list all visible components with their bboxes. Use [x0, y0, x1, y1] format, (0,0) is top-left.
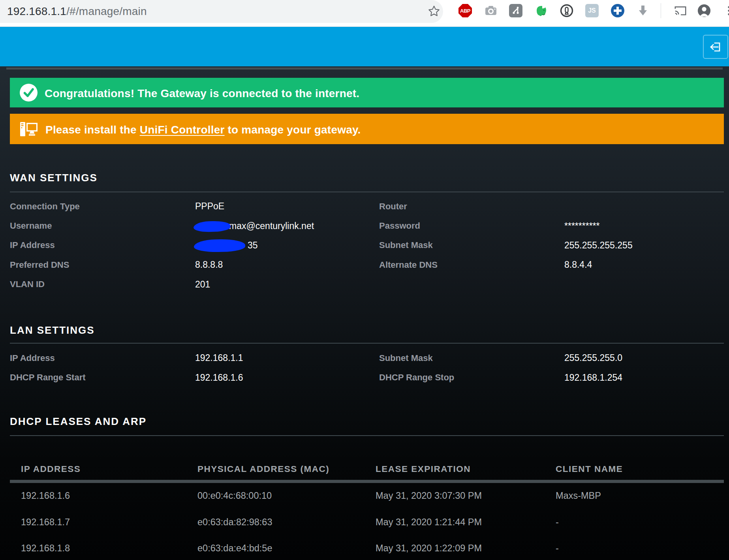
dhcp-cell: May 31, 2020 1:22:09 PM — [376, 543, 556, 554]
dhcp-cell: 192.168.1.8 — [21, 543, 197, 554]
computer-icon — [20, 122, 38, 137]
dhcp-table-row: 192.168.1.600:e0:4c:68:00:10May 31, 2020… — [10, 483, 724, 509]
setting-value: 255.255.255.255 — [564, 240, 724, 251]
setting-value: PPPoE — [195, 201, 379, 212]
logout-icon — [709, 40, 722, 54]
dhcp-cell: - — [556, 543, 724, 554]
setting-label: Preferred DNS — [10, 260, 195, 270]
url-domain: 192.168.1.1 — [7, 5, 66, 17]
settings-row: IP Address192.168.1.1Subnet Mask255.255.… — [10, 348, 724, 368]
blue-cross-extension-icon[interactable] — [611, 4, 624, 17]
install-banner: Please install the UniFi Controller to m… — [10, 114, 724, 144]
settings-row: IP Address35Subnet Mask255.255.255.255 — [10, 236, 724, 255]
adblock-plus-icon[interactable]: ABP — [458, 4, 472, 17]
redaction-scribble — [194, 220, 231, 232]
setting-label: Subnet Mask — [379, 240, 564, 250]
camera-extension-icon[interactable] — [484, 4, 498, 17]
dhcp-header-underline — [10, 480, 724, 483]
horizontal-scrollbar-thumb[interactable] — [6, 68, 723, 70]
setting-label: VLAN ID — [10, 279, 195, 289]
setting-label: DHCP Range Start — [10, 372, 195, 383]
dhcp-column-header: PHYSICAL ADDRESS (MAC) — [197, 464, 376, 474]
app-header-bar — [0, 27, 729, 66]
hubspot-extension-icon[interactable] — [509, 4, 522, 17]
lan-settings-title: LAN SETTINGS — [10, 324, 729, 336]
setting-value: 201 — [195, 279, 379, 290]
dhcp-table: IP ADDRESSPHYSICAL ADDRESS (MAC)LEASE EX… — [10, 464, 724, 560]
setting-value: 255.255.255.0 — [564, 353, 724, 363]
settings-row: Connection TypePPPoERouter — [10, 197, 724, 216]
profile-avatar-icon[interactable] — [697, 4, 711, 17]
settings-row: DHCP Range Start192.168.1.6DHCP Range St… — [10, 368, 724, 387]
setting-value: 8.8.8.8 — [195, 259, 379, 270]
address-bar[interactable]: 192.168.1.1/#/manage/main — [0, 0, 443, 23]
wan-settings-title: WAN SETTINGS — [10, 172, 729, 184]
logout-button[interactable] — [703, 35, 728, 59]
settings-row: Usernamemax@centurylink.netPassword*****… — [10, 216, 724, 235]
setting-value: ********** — [564, 221, 724, 231]
dhcp-table-row: 192.168.1.8e0:63:da:e4:bd:5eMay 31, 2020… — [10, 536, 724, 560]
url-text: 192.168.1.1/#/manage/main — [7, 0, 147, 23]
dhcp-leases-title: DHCP LEASES AND ARP — [10, 415, 729, 427]
setting-label: Connection Type — [10, 201, 195, 212]
redaction-scribble — [194, 239, 246, 252]
bookmark-star-icon[interactable] — [428, 5, 440, 17]
setting-label: Subnet Mask — [379, 353, 564, 363]
check-circle-icon — [20, 84, 38, 101]
setting-label: Password — [379, 221, 564, 231]
dhcp-cell: May 31, 2020 3:07:30 PM — [376, 490, 556, 501]
setting-label: Username — [10, 221, 195, 231]
dhcp-cell: 00:e0:4c:68:00:10 — [197, 490, 376, 501]
page-content: Congratulations! The Gateway is connecte… — [0, 66, 729, 560]
overflow-menu-icon[interactable] — [722, 4, 729, 17]
download-icon[interactable] — [636, 4, 650, 17]
setting-label: IP Address — [10, 353, 195, 363]
toolbar-divider — [661, 3, 661, 18]
setting-value: 192.168.1.254 — [564, 372, 724, 383]
wan-rule — [10, 192, 724, 192]
dhcp-column-header: CLIENT NAME — [556, 464, 724, 474]
dhcp-cell: 192.168.1.7 — [21, 517, 197, 528]
setting-value: 192.168.1.1 — [195, 353, 379, 363]
unifi-controller-link[interactable]: UniFi Controller — [140, 124, 225, 136]
dhcp-cell: 192.168.1.6 — [21, 490, 197, 501]
cast-icon[interactable] — [674, 4, 687, 17]
settings-row: Preferred DNS8.8.8.8Alternate DNS8.8.4.4 — [10, 255, 724, 274]
dhcp-cell: e0:63:da:82:98:63 — [197, 517, 376, 528]
dhcp-column-header: LEASE EXPIRATION — [376, 464, 556, 474]
dhcp-rule — [10, 435, 724, 436]
setting-label: IP Address — [10, 240, 195, 250]
dhcp-cell: Maxs-MBP — [556, 490, 724, 501]
evernote-icon[interactable] — [535, 4, 548, 17]
dhcp-cell: May 31, 2020 1:21:44 PM — [376, 517, 556, 528]
dhcp-column-header: IP ADDRESS — [21, 464, 197, 474]
dhcp-table-header: IP ADDRESSPHYSICAL ADDRESS (MAC)LEASE EX… — [10, 464, 724, 474]
dhcp-cell: - — [556, 517, 724, 528]
setting-label: DHCP Range Stop — [379, 372, 564, 383]
wan-settings-grid: Connection TypePPPoERouterUsernamemax@ce… — [10, 197, 724, 294]
setting-label: Router — [379, 201, 564, 212]
setting-value: 8.8.4.4 — [564, 259, 724, 270]
browser-toolbar: 192.168.1.1/#/manage/main ABP JS — [0, 0, 729, 27]
dhcp-table-row: 192.168.1.7e0:63:da:82:98:63May 31, 2020… — [10, 509, 724, 536]
setting-value: 35 — [195, 240, 379, 251]
lan-settings-grid: IP Address192.168.1.1Subnet Mask255.255.… — [10, 348, 724, 387]
setting-value: 192.168.1.6 — [195, 372, 379, 383]
dhcp-cell: e0:63:da:e4:bd:5e — [197, 543, 376, 554]
setting-label: Alternate DNS — [379, 260, 564, 270]
success-banner: Congratulations! The Gateway is connecte… — [10, 78, 724, 107]
setting-value: max@centurylink.net — [195, 221, 379, 231]
onepassword-icon[interactable] — [560, 4, 573, 17]
lan-rule — [10, 343, 724, 344]
javascript-extension-icon[interactable]: JS — [585, 4, 599, 17]
url-path: /#/manage/main — [66, 5, 147, 17]
settings-row: VLAN ID201 — [10, 275, 724, 294]
success-banner-text: Congratulations! The Gateway is connecte… — [45, 87, 359, 100]
install-banner-text: Please install the UniFi Controller to m… — [45, 124, 361, 136]
